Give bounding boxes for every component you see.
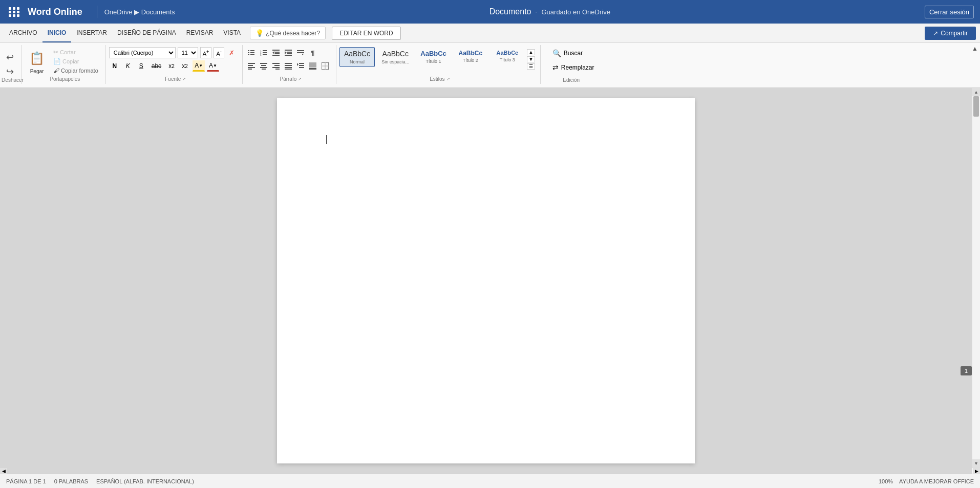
scroll-down-button[interactable]: ▼ — [972, 459, 980, 468]
search-label: Buscar — [564, 50, 583, 57]
edit-in-word-button[interactable]: EDITAR EN WORD — [332, 27, 400, 40]
doc-title[interactable]: Documento — [489, 7, 531, 16]
sign-out-button[interactable]: Cerrar sesión — [925, 6, 974, 18]
style-nospace[interactable]: AaBbCc Sin espacia... — [377, 47, 414, 67]
align-right-button[interactable] — [270, 60, 282, 72]
strikethrough-button[interactable]: abc — [149, 60, 164, 72]
improve-office-button[interactable]: AYUDA A MEJORAR OFFICE — [899, 478, 974, 484]
apps-icon[interactable] — [6, 4, 23, 20]
font-size-increase-button[interactable]: A+ — [200, 47, 212, 58]
clipboard-label: Portapapeles — [50, 76, 80, 82]
clear-format-button[interactable]: ✗ — [226, 47, 237, 58]
style-title2[interactable]: AaBbCc Título 2 — [453, 47, 488, 65]
line-spacing-button[interactable] — [295, 60, 306, 72]
font-name-select[interactable]: Calibri (Cuerpo) — [109, 47, 176, 58]
copy-button[interactable]: 📄 Copiar — [51, 57, 100, 65]
style-nospace-name: Sin espacia... — [381, 59, 409, 64]
shading-button[interactable] — [307, 60, 318, 72]
style-title3[interactable]: AaBbCc Título 3 — [490, 47, 525, 65]
svg-rect-32 — [262, 69, 266, 70]
format-copy-button[interactable]: 🖌 Copiar formato — [51, 66, 100, 75]
increase-indent-button[interactable] — [283, 47, 294, 58]
formatting-marks-button[interactable]: ¶ — [307, 47, 318, 58]
redo-button[interactable]: ↪ — [4, 65, 16, 78]
share-icon: ↗ — [933, 30, 938, 37]
h-scroll-right-button[interactable]: ▶ — [973, 468, 980, 474]
editing-group: 🔍 Buscar ⇄ Reemplazar Edición — [544, 45, 599, 84]
undo-button[interactable]: ↩ — [4, 51, 16, 64]
font-size-select[interactable]: 11 — [178, 47, 198, 58]
paste-icon: 📋 — [29, 49, 45, 68]
style-title1[interactable]: AaBbCc Título 1 — [416, 47, 451, 66]
svg-rect-38 — [285, 65, 292, 66]
styles-scroll-down[interactable]: ▼ — [527, 56, 535, 62]
justify-button[interactable] — [283, 60, 294, 72]
menu-archivo[interactable]: ARCHIVO — [4, 24, 42, 42]
svg-rect-36 — [275, 69, 280, 70]
paragraph-group: 1.2.3. ¶ — [246, 45, 336, 84]
cut-icon: ✂ — [53, 49, 58, 56]
svg-rect-29 — [260, 63, 267, 64]
search-button[interactable]: 🔍 Buscar — [548, 47, 599, 59]
title-divider — [97, 6, 97, 18]
decrease-indent-button[interactable] — [270, 47, 282, 58]
numbered-list-button[interactable]: 1.2.3. — [258, 47, 269, 58]
align-center-button[interactable] — [258, 60, 269, 72]
style-normal[interactable]: AaBbCc Normal — [339, 47, 375, 67]
svg-rect-41 — [299, 63, 304, 64]
menu-insertar[interactable]: INSERTAR — [71, 24, 112, 42]
menu-inicio[interactable]: INICIO — [42, 24, 72, 42]
breadcrumb[interactable]: OneDrive ▶ Documents — [104, 8, 175, 16]
menu-revisar[interactable]: REVISAR — [181, 24, 219, 42]
font-color-button[interactable]: A ▼ — [207, 60, 219, 72]
svg-rect-19 — [287, 52, 292, 53]
styles-expand-icon[interactable]: ↗ — [446, 77, 450, 81]
ribbon-collapse-button[interactable]: ▲ — [972, 45, 978, 52]
clipboard-group: 📋 Pegar ✂ Cortar 📄 Copiar 🖌 Copiar forma… — [25, 45, 106, 84]
h-scroll-left-button[interactable]: ◀ — [0, 468, 7, 474]
svg-rect-27 — [248, 67, 255, 68]
cut-button[interactable]: ✂ Cortar — [51, 48, 100, 56]
styles-scroll[interactable]: ▲ ▼ ☰ — [527, 49, 535, 70]
document-area: 1 — [0, 88, 972, 474]
breadcrumb-service[interactable]: OneDrive — [104, 8, 133, 16]
svg-marker-44 — [297, 63, 299, 66]
borders-button[interactable] — [319, 60, 331, 72]
scroll-up-button[interactable]: ▲ — [972, 88, 980, 96]
svg-rect-2 — [248, 54, 249, 55]
status-bar: PÁGINA 1 DE 1 0 PALABRAS ESPAÑOL (ALFAB.… — [0, 474, 980, 488]
svg-rect-30 — [261, 65, 266, 66]
italic-button[interactable]: K — [122, 60, 134, 72]
breadcrumb-folder[interactable]: Documents — [141, 8, 175, 16]
align-left-button[interactable] — [246, 60, 257, 72]
styles-label: Estilos — [430, 76, 444, 82]
styles-expand[interactable]: ☰ — [527, 63, 535, 70]
styles-scroll-up[interactable]: ▲ — [527, 49, 535, 55]
zoom-level: 100% — [879, 478, 893, 484]
document-page[interactable]: 1 — [277, 98, 695, 463]
scroll-thumb[interactable] — [973, 96, 979, 117]
menu-vista[interactable]: VISTA — [218, 24, 246, 42]
share-button[interactable]: ↗ Compartir — [925, 27, 976, 40]
paste-button[interactable]: 📋 Pegar — [25, 47, 49, 76]
h-scroll-track[interactable] — [7, 468, 973, 474]
superscript-button[interactable]: x2 — [179, 60, 190, 72]
rtl-button[interactable] — [295, 47, 306, 58]
font-expand-icon[interactable]: ↗ — [182, 77, 186, 81]
bold-button[interactable]: N — [109, 60, 120, 72]
tell-me-input[interactable]: 💡 ¿Qué desea hacer? — [250, 27, 326, 39]
font-size-decrease-button[interactable]: A- — [214, 47, 224, 58]
paragraph-expand-icon[interactable]: ↗ — [298, 77, 302, 81]
replace-button[interactable]: ⇄ Reemplazar — [548, 61, 599, 74]
vertical-scrollbar[interactable]: ▲ ▼ — [972, 88, 980, 468]
subscript-button[interactable]: x2 — [166, 60, 177, 72]
svg-marker-24 — [302, 54, 304, 55]
style-title2-preview: AaBbCc — [459, 50, 483, 57]
scroll-track[interactable] — [972, 96, 980, 459]
menu-diseno[interactable]: DISEÑO DE PÁGINA — [112, 24, 181, 42]
style-title2-name: Título 2 — [463, 58, 478, 63]
underline-button[interactable]: S — [136, 60, 147, 72]
bullets-button[interactable] — [246, 47, 257, 58]
highlight-button[interactable]: A ▼ — [193, 60, 205, 72]
horizontal-scrollbar[interactable]: ◀ ▶ — [0, 468, 980, 474]
